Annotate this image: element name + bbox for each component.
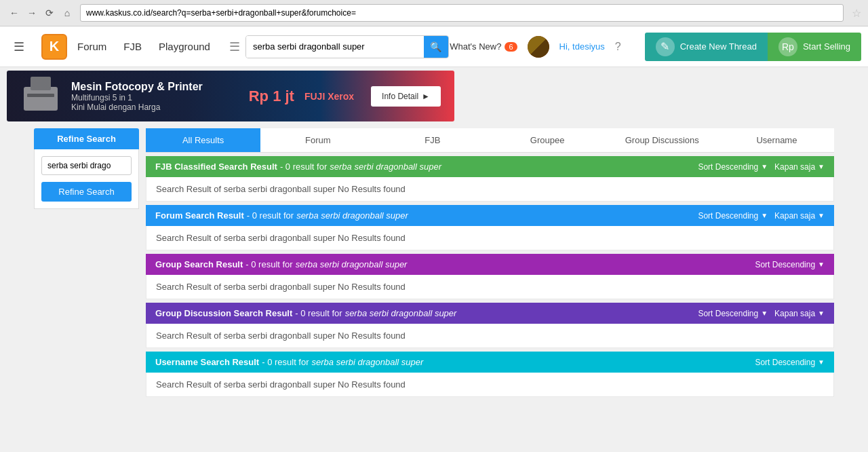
group-result-title-area: Group Search Result - 0 result for serba… bbox=[155, 259, 407, 269]
search-bar: 🔍 bbox=[245, 35, 449, 58]
nav-menu-button[interactable]: ☰ bbox=[229, 39, 240, 54]
group-discussion-result-title-area: Group Discussion Search Result - 0 resul… bbox=[155, 308, 456, 318]
refine-search-button[interactable]: Refine Search bbox=[41, 182, 132, 202]
chevron-down-icon: ▼ bbox=[818, 212, 825, 219]
top-navigation: ☰ K Forum FJB Playground ☰ 🔍 What's New?… bbox=[0, 26, 868, 67]
group-sort-dropdown[interactable]: Sort Descending ▼ bbox=[755, 260, 825, 269]
playground-nav-link[interactable]: Playground bbox=[159, 41, 210, 52]
fjb-kapan-dropdown[interactable]: Kapan saja ▼ bbox=[774, 162, 825, 172]
group-result-query: serba serbi dragonball super bbox=[296, 259, 408, 269]
group-discussion-result-body: Search Result of serba serbi dragonball … bbox=[146, 324, 834, 348]
fjb-sort-dropdown[interactable]: Sort Descending ▼ bbox=[698, 162, 768, 172]
chevron-down-icon: ▼ bbox=[761, 212, 768, 219]
fjb-result-controls: Sort Descending ▼ Kapan saja ▼ bbox=[698, 162, 825, 172]
hamburger-button[interactable]: ☰ bbox=[7, 39, 31, 54]
fjb-result-query: serba serbi dragonball super bbox=[330, 162, 441, 172]
address-bar[interactable] bbox=[80, 4, 844, 22]
username-result-count: - 0 result for bbox=[262, 357, 309, 367]
avatar[interactable] bbox=[528, 36, 549, 58]
home-button[interactable]: ⌂ bbox=[60, 5, 75, 20]
fjb-result-count: - 0 result for bbox=[280, 162, 327, 172]
ad-text: Mesin Fotocopy & Printer Multifungsi 5 i… bbox=[71, 81, 249, 112]
forum-result-controls: Sort Descending ▼ Kapan saja ▼ bbox=[698, 211, 825, 221]
username-display[interactable]: Hi, tdesiyus bbox=[559, 41, 605, 52]
pencil-icon: ✎ bbox=[656, 37, 675, 56]
back-button[interactable]: ← bbox=[7, 5, 22, 20]
username-result-title-area: Username Search Result - 0 result for se… bbox=[155, 357, 423, 367]
forum-nav-link[interactable]: Forum bbox=[77, 41, 106, 52]
group-discussion-result-section: Group Discussion Search Result - 0 resul… bbox=[146, 303, 834, 348]
whats-new-link[interactable]: What's New? 6 bbox=[450, 41, 517, 52]
notification-badge: 6 bbox=[505, 42, 517, 52]
fjb-result-body: Search Result of serba serbi dragonball … bbox=[146, 177, 834, 202]
group-discussion-result-query: serba serbi dragonball super bbox=[345, 308, 457, 318]
forward-button[interactable]: → bbox=[24, 5, 39, 20]
group-discussion-sort-dropdown[interactable]: Sort Descending ▼ bbox=[698, 309, 768, 318]
group-discussion-kapan-dropdown[interactable]: Kapan saja ▼ bbox=[774, 309, 825, 318]
sidebar-search-input[interactable] bbox=[41, 156, 132, 175]
group-result-controls: Sort Descending ▼ bbox=[755, 260, 825, 269]
forum-result-count: - 0 result for bbox=[247, 210, 294, 221]
group-discussion-result-header: Group Discussion Search Result - 0 resul… bbox=[146, 303, 834, 324]
main-content: Refine Search Refine Search All Results … bbox=[27, 125, 841, 404]
forum-result-header: Forum Search Result - 0 result for serba… bbox=[146, 205, 834, 226]
tab-groupee[interactable]: Groupee bbox=[490, 128, 605, 152]
chevron-down-icon: ▼ bbox=[818, 309, 825, 317]
group-discussion-result-title: Group Discussion Search Result bbox=[155, 308, 292, 318]
tab-group-discussions[interactable]: Group Discussions bbox=[605, 128, 719, 152]
username-result-controls: Sort Descending ▼ bbox=[755, 358, 825, 367]
search-tabs: All Results Forum FJB Groupee Group Disc… bbox=[146, 128, 834, 153]
action-buttons: ✎ Create New Thread Rp Start Selling bbox=[645, 33, 861, 61]
forum-result-title-area: Forum Search Result - 0 result for serba… bbox=[155, 210, 408, 221]
bookmark-icon[interactable]: ☆ bbox=[852, 7, 861, 20]
ad-banner: Mesin Fotocopy & Printer Multifungsi 5 i… bbox=[7, 71, 454, 121]
fjb-nav-link[interactable]: FJB bbox=[123, 41, 142, 52]
kaskus-logo[interactable]: K bbox=[41, 34, 67, 60]
fjb-result-section: FJB Classified Search Result - 0 result … bbox=[146, 156, 834, 202]
forum-result-title: Forum Search Result bbox=[155, 210, 244, 221]
create-thread-button[interactable]: ✎ Create New Thread bbox=[645, 33, 768, 61]
ad-cta-button[interactable]: Info Detail ► bbox=[371, 86, 441, 107]
nav-links: Forum FJB Playground bbox=[77, 41, 210, 52]
username-result-header: Username Search Result - 0 result for se… bbox=[146, 352, 834, 373]
fjb-result-header: FJB Classified Search Result - 0 result … bbox=[146, 156, 834, 177]
arrow-icon: ► bbox=[422, 92, 430, 101]
forum-result-body: Search Result of serba serbi dragonball … bbox=[146, 226, 834, 250]
sidebar-header: Refine Search bbox=[34, 128, 139, 149]
username-result-body: Search Result of serba serbi dragonball … bbox=[146, 373, 834, 397]
forum-result-query: serba serbi dragonball super bbox=[296, 210, 408, 221]
search-button[interactable]: 🔍 bbox=[424, 36, 448, 58]
tab-fjb[interactable]: FJB bbox=[375, 128, 490, 152]
forum-kapan-dropdown[interactable]: Kapan saja ▼ bbox=[774, 211, 825, 221]
search-input[interactable] bbox=[246, 36, 424, 58]
nav-right: What's New? 6 Hi, tdesiyus ? ✎ Create Ne… bbox=[450, 33, 861, 61]
username-result-section: Username Search Result - 0 result for se… bbox=[146, 352, 834, 397]
refresh-button[interactable]: ⟳ bbox=[42, 5, 57, 20]
fjb-result-title: FJB Classified Search Result bbox=[155, 162, 277, 172]
group-result-body: Search Result of serba serbi dragonball … bbox=[146, 275, 834, 299]
forum-result-section: Forum Search Result - 0 result for serba… bbox=[146, 205, 834, 250]
chevron-down-icon: ▼ bbox=[818, 261, 825, 268]
username-result-title: Username Search Result bbox=[155, 357, 259, 367]
chevron-down-icon: ▼ bbox=[818, 163, 825, 170]
chevron-down-icon: ▼ bbox=[818, 358, 825, 366]
chevron-down-icon: ▼ bbox=[761, 309, 768, 317]
rp-icon: Rp bbox=[778, 37, 797, 56]
forum-sort-dropdown[interactable]: Sort Descending ▼ bbox=[698, 211, 768, 221]
group-result-count: - 0 result for bbox=[245, 259, 292, 269]
tab-forum[interactable]: Forum bbox=[260, 128, 375, 152]
tab-all-results[interactable]: All Results bbox=[146, 128, 260, 152]
username-sort-dropdown[interactable]: Sort Descending ▼ bbox=[755, 358, 825, 367]
sidebar: Refine Search Refine Search bbox=[34, 128, 139, 400]
browser-chrome: ← → ⟳ ⌂ ☆ bbox=[0, 0, 868, 26]
fjb-result-title-area: FJB Classified Search Result - 0 result … bbox=[155, 162, 441, 172]
start-selling-button[interactable]: Rp Start Selling bbox=[768, 33, 861, 61]
help-button[interactable]: ? bbox=[615, 41, 621, 53]
group-discussion-result-controls: Sort Descending ▼ Kapan saja ▼ bbox=[698, 309, 825, 318]
group-discussion-result-count: - 0 result for bbox=[295, 308, 342, 318]
group-result-header: Group Search Result - 0 result for serba… bbox=[146, 254, 834, 275]
sidebar-body: Refine Search bbox=[34, 149, 139, 209]
tab-username[interactable]: Username bbox=[719, 128, 834, 152]
ad-price: Rp 1 jt bbox=[249, 88, 294, 105]
chevron-down-icon: ▼ bbox=[761, 163, 768, 170]
